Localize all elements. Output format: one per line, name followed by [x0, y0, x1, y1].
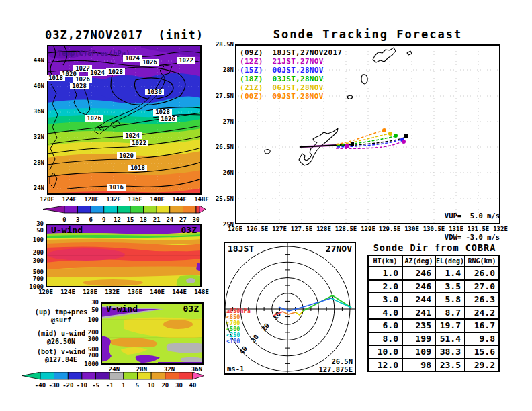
axis-tick: 126E: [223, 226, 247, 232]
svg-text:27: 27: [179, 216, 187, 223]
hodograph: 10 20 30 40 ≥850hPa <850 <700 <500 <250 …: [224, 242, 356, 375]
table-body: 1.02461.426.02.02463.527.03.02445.826.34…: [368, 267, 499, 371]
table-cell: 6.0: [368, 319, 402, 332]
contour-label: 1030: [145, 89, 164, 95]
axis-tick: 700: [72, 352, 99, 359]
axis-tick: 124E: [56, 289, 80, 295]
contour-label: 1026: [73, 76, 92, 83]
u-wind-label: U-wind: [51, 225, 83, 235]
table-header-cell: AZ(deg): [402, 255, 435, 267]
table-header-cell: EL(deg): [435, 255, 465, 267]
svg-text:9: 9: [102, 216, 105, 223]
svg-text:24: 24: [166, 216, 173, 223]
axis-tick: 1000: [72, 361, 99, 367]
forecast-legend-item: (18Z) 03JST,28NOV: [240, 75, 324, 83]
table-cell: 3.5: [435, 280, 465, 293]
contour-label: 1028: [70, 83, 89, 89]
forecast-legend-item: (00Z) 09JST,28NOV: [240, 92, 324, 101]
table-cell: 16.7: [465, 319, 499, 332]
axis-tick: 131E: [444, 226, 468, 232]
axis-tick: 120E: [35, 196, 59, 203]
svg-text:30: 30: [193, 216, 200, 223]
table-cell: 1.4: [435, 267, 465, 280]
contour-label: 1024: [123, 132, 142, 139]
axis-tick: 28.5N: [207, 41, 234, 48]
table-cell: 5.8: [435, 293, 465, 306]
axis-tick: 120E: [34, 289, 58, 295]
axis-tick: 27.5N: [207, 93, 234, 99]
axis-tick: 100: [72, 316, 99, 323]
table-cell: 244: [402, 293, 435, 306]
table-cell: 26.3: [465, 293, 499, 306]
contour-label: 1020: [117, 152, 136, 159]
axis-tick: 124E: [57, 196, 81, 203]
table-cell: 29.2: [465, 359, 499, 372]
marker-12z: [402, 140, 406, 144]
axis-tick: 127E: [267, 226, 292, 232]
svg-text:21: 21: [153, 216, 161, 223]
table-cell: 27.0: [465, 280, 499, 293]
axis-tick: 200: [72, 329, 99, 336]
axis-tick: 129.5E: [378, 226, 402, 232]
table-cell: 3.0: [368, 293, 402, 306]
v-wind-section: V-wind 03Z: [101, 302, 204, 365]
axis-tick: 144E: [167, 289, 191, 295]
table-header-cell: RNG(km): [465, 255, 499, 267]
axis-tick: 26.5N: [207, 144, 234, 150]
table-cell: 19.7: [435, 319, 465, 332]
svg-text:30: 30: [175, 382, 183, 389]
axis-tick: 28N: [130, 366, 154, 373]
table-cell: 8.7: [435, 306, 465, 320]
axis-tick: 128.5E: [334, 226, 358, 232]
axis-tick: 32N: [157, 366, 181, 373]
axis-tick: 132E: [101, 196, 126, 203]
tracking-map-title: Sonde Tracking Forecast: [255, 28, 480, 41]
axis-tick: 24N: [17, 185, 44, 191]
table-cell: 98: [402, 359, 435, 372]
axis-tick: 300: [17, 257, 44, 264]
contour-label: 1024: [123, 55, 142, 62]
table-cell: 26.0: [465, 267, 499, 280]
axis-tick: 200: [17, 249, 44, 256]
sonde-direction-table: HT(km)AZ(deg)EL(deg)RNG(km) 1.02461.426.…: [367, 255, 500, 372]
svg-text:10: 10: [148, 382, 155, 389]
axis-tick: 130E: [400, 226, 424, 232]
contour-label: 1028: [106, 68, 125, 75]
table-cell: 241: [402, 306, 435, 320]
surface-map-title: 03Z,27NOV2017 (init): [40, 28, 208, 42]
table-cell: 15.6: [465, 345, 499, 359]
axis-tick: 128E: [312, 226, 336, 232]
v-wind-time: 03Z: [183, 304, 200, 314]
field-label: Temp(C)&Pres(hPa): [58, 49, 130, 57]
table-cell: 38.3: [435, 345, 465, 359]
axis-tick: 126.5E: [245, 226, 269, 232]
temperature-colorbar: 036912151821242730: [31, 205, 207, 224]
svg-text:-1: -1: [106, 382, 114, 389]
svg-text:-30: -30: [48, 382, 59, 389]
axis-tick: 127.5E: [290, 226, 314, 232]
sonde-table-title: Sonde Dir from COBRA: [367, 242, 502, 253]
u-wind-time: 03Z: [181, 225, 197, 235]
axis-tick: 136E: [123, 196, 147, 203]
svg-text:20: 20: [161, 382, 169, 389]
table-cell: 10.0: [368, 345, 402, 359]
v-wind-label: V-wind: [106, 304, 138, 314]
axis-tick: 30: [72, 299, 99, 306]
contour-label: 1026: [140, 59, 159, 66]
svg-text:-5: -5: [92, 382, 99, 389]
svg-text:3: 3: [76, 216, 79, 223]
table-cell: 8.0: [368, 332, 402, 346]
marker-18z: [394, 134, 398, 138]
axis-tick: 144E: [167, 196, 191, 203]
svg-text:5: 5: [136, 382, 139, 389]
axis-tick: 50: [72, 306, 99, 313]
table-cell: 24.2: [465, 306, 499, 320]
axis-tick: 50: [17, 227, 44, 234]
axis-tick: 132E: [488, 226, 513, 232]
table-cell: 235: [402, 319, 435, 332]
svg-text:-40: -40: [35, 382, 46, 389]
table-row: 10.010938.315.6: [368, 345, 499, 359]
marker-09z: [404, 134, 408, 138]
svg-text:0: 0: [62, 216, 66, 223]
forecast-dashboard: 03Z,27NOV2017 (init): [0, 0, 532, 411]
